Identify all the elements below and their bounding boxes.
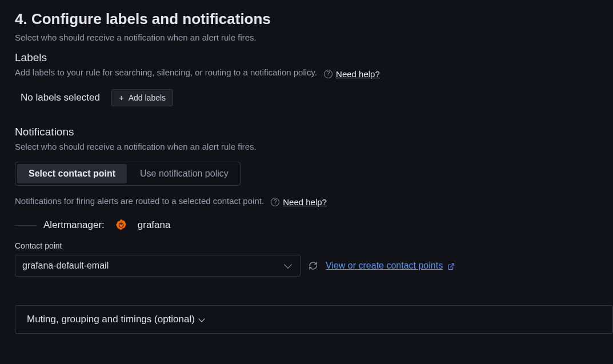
notifications-help-link[interactable]: Need help? (283, 197, 327, 207)
contact-point-label: Contact point (15, 241, 613, 250)
notifications-heading: Notifications (15, 126, 613, 138)
add-labels-button[interactable]: + Add labels (111, 89, 173, 106)
section-title: 4. Configure labels and notifications (15, 10, 613, 28)
alertmanager-label: Alertmanager: (43, 219, 105, 231)
refresh-icon[interactable] (308, 261, 318, 270)
view-create-contact-points-link[interactable]: View or create contact points (326, 261, 455, 271)
toggle-use-notification-policy[interactable]: Use notification policy (129, 162, 240, 185)
labels-help-link[interactable]: Need help? (336, 69, 380, 79)
no-labels-text: No labels selected (21, 92, 100, 103)
plus-icon: + (119, 93, 124, 102)
contact-point-select[interactable]: grafana-default-email (15, 255, 301, 277)
notifications-description: Select who should receive a notification… (15, 142, 257, 151)
add-labels-label: Add labels (129, 93, 166, 102)
toggle-select-contact-point[interactable]: Select contact point (17, 164, 127, 183)
chevron-down-icon (284, 261, 292, 269)
chevron-down-icon (198, 315, 205, 322)
muting-grouping-timings-panel[interactable]: Muting, grouping and timings (optional) (15, 305, 613, 334)
help-icon: ? (324, 70, 332, 78)
svg-line-1 (451, 263, 454, 267)
help-icon: ? (271, 198, 279, 206)
collapse-title: Muting, grouping and timings (optional) (27, 314, 195, 325)
divider-line (15, 225, 37, 226)
external-link-icon (447, 262, 455, 270)
alertmanager-name: grafana (138, 219, 171, 231)
contact-points-link-text: View or create contact points (326, 261, 443, 271)
notification-mode-toggle: Select contact point Use notification po… (15, 162, 241, 186)
labels-description: Add labels to your rule for searching, s… (15, 67, 317, 77)
contact-point-value: grafana-default-email (22, 261, 109, 271)
section-description: Select who should receive a notification… (15, 33, 613, 42)
labels-heading: Labels (15, 51, 613, 64)
routed-description: Notifications for firing alerts are rout… (15, 196, 264, 206)
grafana-logo-icon (115, 218, 127, 232)
